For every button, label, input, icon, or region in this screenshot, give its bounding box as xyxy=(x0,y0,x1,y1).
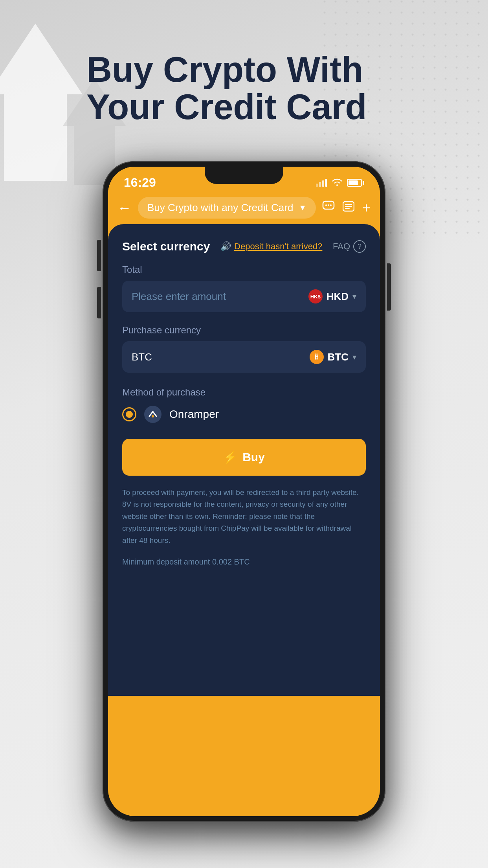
purchase-currency-label: Purchase currency xyxy=(122,325,366,336)
deposit-link[interactable]: 🔊 Deposit hasn't arrived? xyxy=(220,241,322,252)
faq-label: FAQ xyxy=(333,241,350,252)
min-deposit-text: Minimum deposit amount 0.002 BTC xyxy=(122,557,366,566)
plus-icon[interactable]: + xyxy=(362,200,371,216)
deposit-link-text: Deposit hasn't arrived? xyxy=(234,241,322,252)
svg-point-10 xyxy=(146,408,160,421)
faq-button[interactable]: FAQ ? xyxy=(333,240,366,253)
chat-icon[interactable] xyxy=(322,200,335,215)
lightning-icon: ⚡ xyxy=(223,451,237,464)
btc-left-label: BTC xyxy=(132,351,152,363)
crypto-currency-label: BTC xyxy=(328,351,349,363)
total-label: Total xyxy=(122,264,366,275)
svg-point-11 xyxy=(152,415,154,417)
amount-input-row[interactable]: Please enter amount HK$ HKD ▾ xyxy=(122,281,366,312)
page-headline: Buy Crypto With Your Credit Card xyxy=(86,51,464,125)
signal-bars-icon xyxy=(316,179,327,187)
amount-placeholder: Please enter amount xyxy=(132,291,226,303)
nav-title: Buy Crypto with any Credit Card xyxy=(147,202,293,214)
status-icons xyxy=(316,177,364,188)
method-section: Method of purchase xyxy=(122,387,366,423)
nav-actions: + xyxy=(322,200,371,216)
nav-title-pill[interactable]: Buy Crypto with any Credit Card ▼ xyxy=(138,197,316,219)
headline-line1: Buy Crypto With xyxy=(86,51,464,88)
method-label: Method of purchase xyxy=(122,387,366,398)
phone-screen: 16:29 xyxy=(108,167,380,816)
phone-notch xyxy=(205,167,283,184)
nav-bar: ← Buy Crypto with any Credit Card ▼ xyxy=(108,194,380,224)
svg-point-3 xyxy=(325,204,327,206)
phone-mockup: 16:29 xyxy=(103,161,385,822)
buy-button[interactable]: ⚡ Buy xyxy=(122,439,366,476)
fiat-currency-label: HKD xyxy=(327,291,349,303)
radio-button[interactable] xyxy=(122,407,136,421)
fiat-dropdown-arrow-icon: ▾ xyxy=(352,292,356,301)
list-icon[interactable] xyxy=(343,201,354,215)
crypto-dropdown-arrow-icon: ▾ xyxy=(352,352,356,362)
buy-label: Buy xyxy=(242,451,265,464)
section-header: Select currency 🔊 Deposit hasn't arrived… xyxy=(122,240,366,253)
phone-outer: 16:29 xyxy=(103,161,385,822)
select-currency-title: Select currency xyxy=(122,240,210,253)
svg-point-5 xyxy=(330,204,332,206)
onramper-option[interactable]: Onramper xyxy=(122,406,366,423)
chevron-down-icon: ▼ xyxy=(299,203,306,212)
wifi-icon xyxy=(332,177,342,188)
radio-inner xyxy=(126,411,133,418)
battery-icon xyxy=(347,179,364,187)
status-time: 16:29 xyxy=(124,175,156,190)
purchase-currency-row[interactable]: BTC ₿ BTC ▾ xyxy=(122,341,366,373)
onramper-logo-icon xyxy=(144,406,161,423)
speaker-icon: 🔊 xyxy=(220,241,231,252)
content-area: Select currency 🔊 Deposit hasn't arrived… xyxy=(108,224,380,696)
disclaimer-text: To proceed with payment, you will be red… xyxy=(122,487,366,546)
method-name-label: Onramper xyxy=(169,408,219,421)
headline-line2: Your Credit Card xyxy=(86,88,464,126)
faq-circle-icon: ? xyxy=(353,240,366,253)
hkd-badge-icon: HK$ xyxy=(308,289,323,303)
fiat-currency-selector[interactable]: HK$ HKD ▾ xyxy=(308,289,356,303)
svg-point-4 xyxy=(328,204,329,206)
crypto-currency-selector[interactable]: ₿ BTC ▾ xyxy=(310,350,356,364)
btc-badge-icon: ₿ xyxy=(310,350,324,364)
back-button[interactable]: ← xyxy=(117,200,132,216)
